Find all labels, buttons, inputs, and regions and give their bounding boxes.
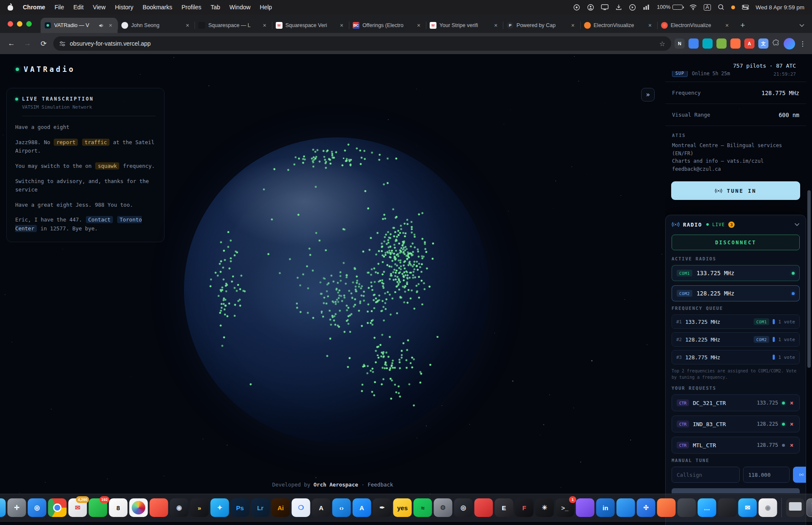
- collapse-panel-button[interactable]: »: [641, 88, 655, 101]
- tab-close-icon[interactable]: ×: [647, 22, 653, 29]
- dock-icon-obs[interactable]: ◎: [454, 498, 473, 517]
- dock-icon-mail-white[interactable]: ✉4,290: [69, 498, 87, 517]
- dock-icon-window-preview[interactable]: [786, 498, 805, 517]
- play-icon[interactable]: [629, 4, 636, 11]
- browser-tab[interactable]: Squarespace — L×: [195, 18, 272, 33]
- tab-close-icon[interactable]: ×: [570, 22, 576, 29]
- tab-close-icon[interactable]: ×: [724, 22, 730, 29]
- minimize-window-button[interactable]: [17, 21, 22, 27]
- menubar-item-history[interactable]: History: [115, 4, 134, 11]
- dock-icon-orange-app[interactable]: [657, 498, 676, 517]
- dock-icon-messages[interactable]: …: [698, 498, 716, 517]
- disconnect-button[interactable]: DISCONNECT: [672, 235, 800, 250]
- extension-translate-icon[interactable]: 文: [758, 38, 768, 49]
- dock-icon-lightroom[interactable]: Lr: [251, 498, 270, 517]
- extension-teal-icon[interactable]: [702, 38, 713, 49]
- menubar-item-edit[interactable]: Edit: [73, 4, 83, 11]
- close-window-button[interactable]: [8, 21, 13, 27]
- download-icon[interactable]: [615, 4, 622, 11]
- display-icon[interactable]: [601, 4, 609, 10]
- menubar-item-file[interactable]: File: [55, 4, 64, 11]
- forward-button[interactable]: →: [21, 37, 34, 50]
- user-switch-icon[interactable]: [587, 4, 594, 11]
- dock-icon-gray-app[interactable]: [678, 498, 696, 517]
- new-tab-button[interactable]: +: [737, 19, 749, 31]
- remove-request-button[interactable]: ×: [789, 399, 795, 406]
- footer-brand[interactable]: Orch Aerospace: [313, 481, 358, 488]
- dock-icon-messenger[interactable]: ❍: [292, 498, 310, 517]
- menubar-item-profiles[interactable]: Profiles: [181, 4, 201, 11]
- dock-icon-chrome[interactable]: [48, 498, 67, 517]
- dock-icon-finder[interactable]: [0, 498, 6, 517]
- spotlight-icon[interactable]: [718, 4, 724, 11]
- tab-close-icon[interactable]: ×: [107, 22, 114, 29]
- callsign-input[interactable]: [672, 467, 740, 483]
- dock-icon-vscode[interactable]: ‹›: [332, 498, 351, 517]
- stats-icon[interactable]: [643, 4, 650, 10]
- browser-menu-icon[interactable]: ⋮: [798, 40, 807, 48]
- dock-icon-spotify[interactable]: ≈: [414, 498, 432, 517]
- browser-tab[interactable]: PPowered by Cap×: [503, 18, 580, 33]
- extension-red-a-icon[interactable]: A: [744, 38, 754, 49]
- tab-audio-icon[interactable]: [99, 23, 104, 28]
- dock-icon-photos[interactable]: [129, 498, 148, 517]
- tab-close-icon[interactable]: ×: [492, 22, 499, 29]
- bookmark-star-icon[interactable]: ☆: [659, 40, 665, 48]
- wifi-icon[interactable]: [689, 4, 697, 10]
- dock-icon-dark-mini[interactable]: [718, 498, 737, 517]
- dock-icon-red-app[interactable]: [150, 498, 168, 517]
- extension-orange-icon[interactable]: [730, 38, 741, 49]
- dock-icon-terminal[interactable]: >_1: [556, 498, 574, 517]
- menubar-item-chrome[interactable]: Chrome: [23, 4, 45, 11]
- browser-tab[interactable]: ElectronVisualize×: [580, 18, 657, 33]
- address-bar[interactable]: obsurvey-for-vatsim.vercel.app ☆: [53, 36, 671, 51]
- dock-icon-epic-games[interactable]: E: [495, 498, 513, 517]
- tab-close-icon[interactable]: ×: [184, 22, 191, 29]
- queue-row[interactable]: #3128.775 MHz1 vote: [672, 350, 800, 364]
- dock-icon-camera-app[interactable]: ◉: [170, 498, 189, 517]
- queue-row[interactable]: #1133.725 MHzCOM11 vote: [672, 314, 800, 329]
- dock-icon-blue-chat[interactable]: [617, 498, 635, 517]
- globe[interactable]: [184, 137, 489, 443]
- frequency-input[interactable]: [743, 467, 790, 483]
- queue-row[interactable]: #2128.225 MHzCOM21 vote: [672, 332, 800, 347]
- apple-menu-icon[interactable]: [8, 4, 14, 11]
- menubar-item-help[interactable]: Help: [260, 4, 272, 11]
- menubar-item-tab[interactable]: Tab: [211, 4, 220, 11]
- dock-icon-photoshop[interactable]: Ps: [231, 498, 250, 517]
- extension-leaf-icon[interactable]: [716, 38, 727, 49]
- feedback-link[interactable]: Feedback: [368, 481, 393, 488]
- dock-icon-red-tool[interactable]: [475, 498, 493, 517]
- extension-dark-icon[interactable]: N: [675, 38, 685, 49]
- copilot-icon[interactable]: [573, 4, 580, 11]
- remove-request-button[interactable]: ×: [789, 421, 795, 427]
- tune-in-button[interactable]: TUNE IN: [671, 181, 800, 200]
- dock-icon-purple-game[interactable]: [576, 498, 595, 517]
- recording-indicator[interactable]: [731, 5, 735, 9]
- tab-search-button[interactable]: [796, 19, 808, 31]
- dock-icon-illustrator[interactable]: Ai: [272, 498, 290, 517]
- radio-panel-header[interactable]: RADIO LIVE 3: [666, 215, 806, 234]
- manual-tune-button[interactable]: [793, 467, 806, 483]
- dock-icon-launchpad[interactable]: ✛: [8, 498, 26, 517]
- scrollbar-thumb[interactable]: [807, 190, 811, 368]
- browser-tab[interactable]: ElectronVisualize×: [657, 18, 734, 33]
- browser-tab[interactable]: MYour Stripe verifi×: [426, 18, 503, 33]
- dock-icon-green-app[interactable]: 192: [89, 498, 107, 517]
- tab-close-icon[interactable]: ×: [261, 22, 268, 29]
- dock-icon-mail-blue[interactable]: ✉: [738, 498, 757, 517]
- browser-tab[interactable]: VATRadio — V×: [41, 18, 118, 33]
- menubar-item-view[interactable]: View: [93, 4, 106, 11]
- active-radio-row[interactable]: COM2128.225 MHz: [672, 285, 800, 301]
- dock-icon-chatgpt[interactable]: ✳: [535, 498, 554, 517]
- dock-icon-eight-app[interactable]: 8: [109, 498, 128, 517]
- reload-button[interactable]: ⟳: [37, 37, 50, 50]
- dock-icon-warp-terminal[interactable]: »: [190, 498, 209, 517]
- dock-icon-appstore[interactable]: A: [353, 498, 371, 517]
- profile-avatar[interactable]: [784, 38, 795, 49]
- site-settings-icon[interactable]: [59, 41, 66, 46]
- tab-close-icon[interactable]: ×: [415, 22, 422, 29]
- battery-indicator[interactable]: 100%: [657, 4, 683, 10]
- tab-close-icon[interactable]: ×: [338, 22, 345, 29]
- menubar-item-bookmarks[interactable]: Bookmarks: [143, 4, 172, 11]
